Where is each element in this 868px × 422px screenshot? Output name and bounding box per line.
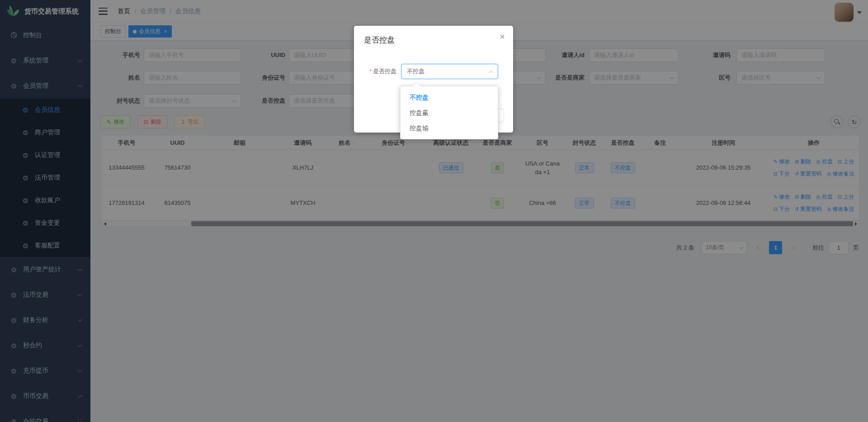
control-select[interactable]: 不控盘 — [401, 64, 498, 79]
chevron-up-icon — [489, 70, 493, 75]
dialog-field-label: *是否控盘 — [354, 67, 396, 76]
select-value: 不控盘 — [407, 67, 425, 76]
close-dialog-icon[interactable]: × — [500, 32, 505, 41]
control-dropdown: 不控盘 控盘赢 控盘输 — [400, 86, 498, 139]
dialog-title: 是否控盘 — [364, 35, 395, 45]
option-no-control[interactable]: 不控盘 — [401, 90, 498, 105]
app-root: 货币交易管理系统 控制台⚙系统管理⚙会员管理⚙会员信息⚙商户管理⚙认证管理⚙法币… — [0, 0, 868, 422]
required-mark: * — [369, 68, 372, 75]
option-control-win[interactable]: 控盘赢 — [401, 105, 498, 120]
option-control-lose[interactable]: 控盘输 — [401, 120, 498, 136]
